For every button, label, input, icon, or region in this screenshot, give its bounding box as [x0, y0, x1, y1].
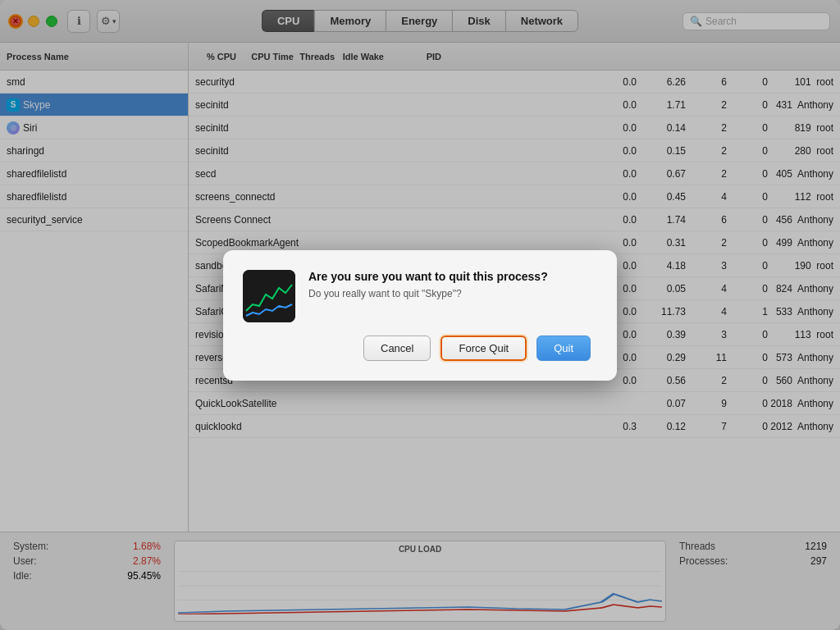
- quit-button[interactable]: Quit: [536, 336, 591, 361]
- dialog-buttons: Cancel Force Quit Quit: [243, 336, 591, 361]
- dialog-subtitle: Do you really want to quit "Skype"?: [308, 288, 548, 299]
- dialog-overlay: Are you sure you want to quit this proce…: [0, 0, 840, 630]
- force-quit-button[interactable]: Force Quit: [441, 336, 527, 361]
- activity-monitor-window: ✕ ℹ ⚙ ▾ CPU Memory Energy Disk Network: [0, 0, 840, 630]
- dialog-title: Are you sure you want to quit this proce…: [308, 270, 548, 283]
- dialog-app-icon: [243, 270, 295, 322]
- dialog-top: Are you sure you want to quit this proce…: [243, 270, 591, 322]
- quit-dialog: Are you sure you want to quit this proce…: [223, 250, 617, 381]
- cancel-button[interactable]: Cancel: [363, 336, 431, 361]
- dialog-text: Are you sure you want to quit this proce…: [308, 270, 548, 299]
